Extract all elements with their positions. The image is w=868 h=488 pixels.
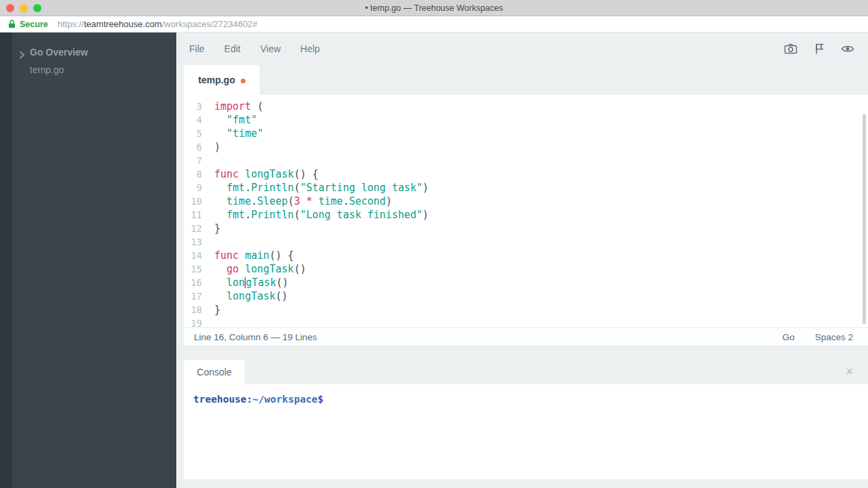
code-line[interactable]: 19: [184, 317, 868, 327]
eye-icon[interactable]: [841, 43, 854, 55]
code-line[interactable]: 14func main() {: [184, 249, 868, 262]
line-content: go longTask(): [214, 262, 306, 276]
code-line[interactable]: 17 longTask(): [184, 289, 868, 303]
line-number: 10: [184, 195, 202, 208]
line-number: 14: [184, 249, 202, 262]
sidebar-item-label: Go Overview: [30, 47, 88, 58]
camera-icon[interactable]: [784, 43, 797, 55]
url-scheme: https://: [58, 19, 84, 29]
line-number: 17: [184, 289, 202, 303]
menu-bar-items: FileEditViewHelp: [189, 43, 340, 54]
left-edge-strip: [0, 33, 12, 488]
line-number: 7: [184, 154, 202, 167]
flag-icon[interactable]: [812, 43, 826, 55]
code-line[interactable]: 18}: [184, 303, 868, 317]
tab-temp-go[interactable]: temp.go: [184, 65, 260, 95]
code-line[interactable]: 6): [184, 140, 868, 154]
console-tab-bar: Console ×: [184, 360, 868, 384]
close-console-icon[interactable]: ×: [846, 365, 853, 378]
terminal-prompt: treehouse:~/workspace$: [193, 394, 323, 405]
line-number: 8: [184, 167, 202, 181]
line-content: time.Sleep(3 * time.Second): [214, 195, 392, 208]
editor-tab-bar: temp.go: [184, 65, 868, 95]
lock-icon: [8, 20, 16, 28]
code-line[interactable]: 13: [184, 235, 868, 249]
code-line[interactable]: 10 time.Sleep(3 * time.Second): [184, 195, 868, 208]
tab-console[interactable]: Console: [184, 360, 245, 384]
line-content: fmt.Println("Long task finished"): [214, 208, 429, 222]
code-line[interactable]: 15 go longTask(): [184, 262, 868, 276]
line-content: func main() {: [214, 249, 294, 262]
line-number: 4: [184, 113, 202, 127]
menu-item-edit[interactable]: Edit: [224, 43, 241, 54]
url-text[interactable]: https://teamtreehouse.com/workspaces/272…: [58, 19, 258, 29]
language-mode[interactable]: Go: [783, 332, 795, 342]
line-number: 11: [184, 208, 202, 222]
code-line[interactable]: 5 "time": [184, 127, 868, 140]
code-line[interactable]: 3import (: [184, 100, 868, 113]
window-title: • temp.go — Treehouse Workspaces: [0, 3, 868, 13]
line-content: ): [214, 140, 220, 154]
line-number: 12: [184, 222, 202, 235]
line-number: 18: [184, 303, 202, 317]
chevron-right-icon: [17, 47, 26, 57]
menu-item-view[interactable]: View: [260, 43, 281, 54]
menu-item-file[interactable]: File: [189, 43, 205, 54]
line-content: fmt.Println("Starting long task"): [214, 181, 429, 195]
code-line[interactable]: 8func longTask() {: [184, 167, 868, 181]
line-number: 16: [184, 276, 202, 289]
line-content: "fmt": [214, 113, 257, 127]
code-line[interactable]: 11 fmt.Println("Long task finished"): [184, 208, 868, 222]
console-tab-label: Console: [197, 367, 231, 378]
code-lines: 3import (4 "fmt"5 "time"6)78func longTas…: [184, 100, 868, 327]
code-line[interactable]: 12}: [184, 222, 868, 235]
line-number: 13: [184, 235, 202, 249]
line-content: "time": [214, 127, 263, 140]
sidebar-item-temp-go[interactable]: temp.go: [12, 61, 176, 79]
code-line[interactable]: 4 "fmt": [184, 113, 868, 127]
console-terminal[interactable]: treehouse:~/workspace$: [184, 384, 868, 479]
code-line[interactable]: 9 fmt.Println("Starting long task"): [184, 181, 868, 195]
browser-urlbar[interactable]: Secure https://teamtreehouse.com/workspa…: [0, 16, 868, 33]
sidebar-item-label: temp.go: [30, 64, 64, 75]
unsaved-dot: [241, 79, 245, 83]
url-domain: teamtreehouse.com: [84, 19, 162, 29]
browser-titlebar: • temp.go — Treehouse Workspaces: [0, 0, 868, 16]
line-number: 19: [184, 317, 202, 327]
code-editor[interactable]: 3import (4 "fmt"5 "time"6)78func longTas…: [184, 95, 868, 327]
line-content: longTask(): [214, 276, 288, 289]
line-number: 3: [184, 100, 202, 113]
line-content: func longTask() {: [214, 167, 319, 181]
line-number: 6: [184, 140, 202, 154]
line-content: }: [214, 303, 220, 317]
line-content: }: [214, 222, 220, 235]
line-number: 9: [184, 181, 202, 195]
tab-label: temp.go: [198, 75, 235, 85]
sidebar-item-go-overview[interactable]: Go Overview: [12, 43, 176, 61]
line-content: import (: [214, 100, 263, 113]
menu-item-help[interactable]: Help: [300, 43, 320, 54]
menu-bar: FileEditViewHelp: [184, 33, 868, 65]
indent-setting[interactable]: Spaces 2: [815, 332, 853, 342]
code-line[interactable]: 7: [184, 154, 868, 167]
line-number: 5: [184, 127, 202, 140]
line-content: longTask(): [214, 289, 288, 303]
editor-scrollbar[interactable]: [863, 114, 866, 324]
cursor-position-text: Line 16, Column 6 — 19 Lines: [194, 332, 317, 342]
line-number: 15: [184, 262, 202, 276]
url-path: /workspaces/27234602#: [162, 19, 258, 29]
code-line[interactable]: 16 longTask(): [184, 276, 868, 289]
secure-label: Secure: [20, 20, 48, 29]
file-sidebar: Go Overviewtemp.go: [12, 33, 176, 488]
editor-status-bar: Line 16, Column 6 — 19 Lines Go Spaces 2: [184, 327, 868, 346]
